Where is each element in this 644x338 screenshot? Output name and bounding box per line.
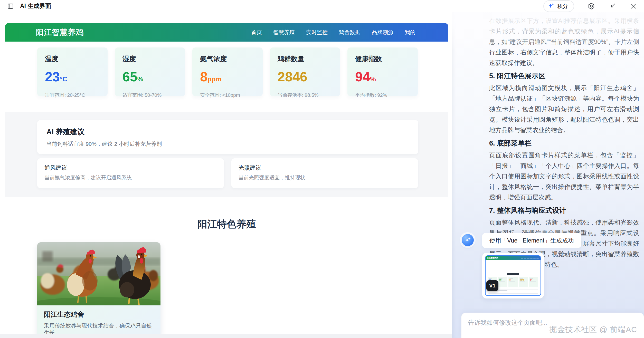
app-window: AI 生成界面 积分 (0, 0, 644, 338)
thumbnail-advice-cards (488, 295, 538, 296)
nav-link-smart-farming[interactable]: 智慧养殖 (273, 29, 295, 36)
stat-value: 65 (122, 69, 137, 84)
watermark: 掘金技术社区 @ 前端AC (549, 324, 637, 335)
sparkle-icon (548, 3, 555, 9)
stat-card-ammonia: 氨气浓度 8ppm 安全范围: <10ppm (192, 47, 263, 96)
stat-note: 平均指数: 92% (355, 92, 410, 99)
generated-page-preview: 阳江智慧养鸡 首页 智慧养殖 实时监控 鸡舍数据 品牌溯源 我的 温度 23°C… (0, 12, 452, 338)
chat-input[interactable]: 告诉我如何修改这个页面吧... 掘金技术社区 @ 前端AC (461, 313, 644, 338)
stat-card-health-index: 健康指数 94% 平均指数: 92% (347, 47, 418, 96)
stat-value: 23 (45, 69, 60, 84)
assistant-panel: 在数据展示区下方，设置AI推荐信息展示区。采用横条卡片形式，背景为柔和的蓝色或绿… (452, 12, 644, 338)
doc-heading-7: 7. 整体风格与响应式设计 (489, 206, 639, 215)
doc-body-5: 此区域为横向滑动图文模块，展示「阳江生态鸡舍」「地方品牌认证」「区块链溯源」等内… (489, 83, 639, 135)
version-thumbnail-card[interactable]: 阳江智慧养鸡 23 65 8 2846 94 (482, 253, 544, 298)
doc-heading-6: 6. 底部菜单栏 (489, 139, 639, 148)
version-badge: V1 (486, 280, 498, 291)
generation-description: 在数据展示区下方，设置AI推荐信息展示区。采用横条卡片形式，背景为柔和的蓝色或绿… (489, 15, 639, 270)
ai-advice-card: AI 养殖建议 当前饲料适宜度 90%，建议 2 小时后补充营养剂 (37, 120, 418, 154)
nav-link-home[interactable]: 首页 (251, 29, 262, 36)
preview-nav-links: 首页 智慧养殖 实时监控 鸡舍数据 品牌溯源 我的 (251, 29, 415, 36)
stat-unit: % (137, 75, 143, 83)
thumbnail-title-bar (507, 273, 519, 275)
assistant-avatar (462, 234, 474, 246)
sidebar-toggle-icon[interactable] (7, 2, 14, 10)
chat-input-placeholder: 告诉我如何修改这个页面吧... (468, 318, 547, 327)
stat-note: 适宜范围: 20-25°C (45, 92, 100, 99)
stats-row: 温度 23°C 适宜范围: 20-25°C 湿度 65% 适宜范围: 50-70… (37, 47, 418, 96)
preview-navbar: 阳江智慧养鸡 首页 智慧养殖 实时监控 鸡舍数据 品牌溯源 我的 (5, 23, 448, 42)
doc-body-6: 页面底部设置圆角卡片样式的菜单栏，包含「监控」「日报」「商城」「个人中心」四个主… (489, 150, 639, 202)
stat-value: 8 (200, 69, 207, 84)
page-thumbnail: 阳江智慧养鸡 23 65 8 2846 94 (485, 255, 541, 296)
close-icon[interactable] (630, 2, 637, 10)
ai-advice-body: 当前饲料适宜度 90%，建议 2 小时后补充营养剂 (46, 140, 409, 148)
thumbnail-navbar: 阳江智慧养鸡 (486, 256, 541, 260)
credits-button[interactable]: 积分 (543, 0, 574, 12)
generation-success-message: 使用「Vue - Element」生成成功 (482, 233, 581, 248)
stat-unit: °C (60, 75, 67, 83)
stat-value: 94 (355, 69, 370, 84)
lighting-advice-card: 光照建议 当前光照强度适宜，维持现状 (231, 158, 418, 188)
stat-note: 安全范围: <10ppm (200, 92, 255, 99)
doc-intro: 在数据展示区下方，设置AI推荐信息展示区。采用横条卡片形式，背景为柔和的蓝色或绿… (489, 15, 639, 68)
page-title: AI 生成界面 (20, 2, 51, 10)
collapse-icon[interactable] (609, 2, 616, 10)
stat-note: 适宜范围: 50-70% (122, 92, 177, 99)
doc-heading-5: 5. 阳江特色展示区 (489, 72, 639, 80)
ai-advice-title: AI 养殖建议 (46, 127, 409, 137)
nav-link-traceability[interactable]: 品牌溯源 (372, 29, 393, 36)
settings-gear-icon[interactable] (588, 2, 595, 10)
sparkle-icon (464, 237, 471, 244)
chickens-photo (37, 242, 160, 305)
stat-note: 当前存活率: 98.5% (278, 92, 333, 99)
stat-unit: ppm (207, 75, 222, 83)
nav-link-coop-data[interactable]: 鸡舍数据 (339, 29, 361, 36)
feature-card-title: 阳江生态鸡舍 (44, 310, 154, 319)
nav-link-mine[interactable]: 我的 (405, 29, 415, 36)
ai-advice-section: AI 养殖建议 当前饲料适宜度 90%，建议 2 小时后补充营养剂 通风建议 当… (5, 112, 448, 197)
stat-card-flock-count: 鸡群数量 2846 当前存活率: 98.5% (270, 47, 340, 96)
topbar: AI 生成界面 积分 (0, 0, 644, 12)
feature-section-title: 阳江特色养殖 (5, 218, 448, 231)
ventilation-advice-card: 通风建议 当前氨气浓度偏高，建议开启通风系统 (37, 158, 224, 188)
preview-brand: 阳江智慧养鸡 (36, 27, 84, 38)
stat-card-temperature: 温度 23°C 适宜范围: 20-25°C (37, 47, 108, 96)
stat-value: 2846 (278, 69, 307, 84)
bottom-strip (0, 334, 452, 338)
nav-link-monitoring[interactable]: 实时监控 (306, 29, 328, 36)
stat-card-humidity: 湿度 65% 适宜范围: 50-70% (115, 47, 185, 96)
credits-label: 积分 (557, 3, 568, 10)
feature-card-eco-coop[interactable]: 阳江生态鸡舍 采用传统放养与现代技术结合，确保鸡只自然生长 (37, 242, 160, 338)
stat-unit: % (370, 75, 376, 83)
